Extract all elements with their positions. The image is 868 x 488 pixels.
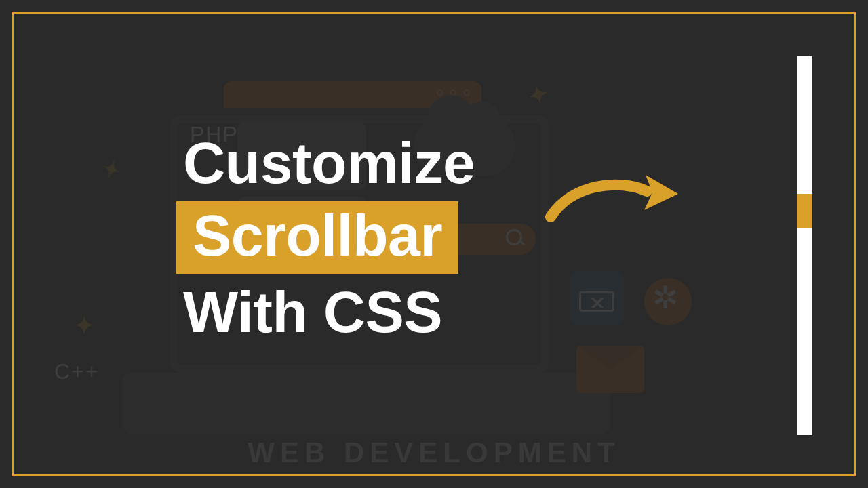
slide-title: Customize Scrollbar With CSS xyxy=(183,131,475,344)
bg-plus-decor: ✦ xyxy=(98,154,125,186)
thumbnail-frame: Search PHP C++ ✦ ✦ ✦ WEB DEVELOPMENT Cus… xyxy=(12,12,856,476)
title-line-highlight: Scrollbar xyxy=(176,201,458,274)
bg-plus-decor: ✦ xyxy=(75,312,94,339)
search-icon xyxy=(506,229,526,249)
custom-scrollbar-track[interactable] xyxy=(797,56,812,435)
bg-gear-icon xyxy=(644,278,692,325)
bg-laptop-base xyxy=(122,373,610,434)
bg-footer-label: WEB DEVELOPMENT xyxy=(14,436,854,469)
bg-envelope-icon xyxy=(576,346,644,393)
bg-plus-decor: ✦ xyxy=(526,79,551,110)
bg-image-icon xyxy=(570,271,624,325)
title-line-1: Customize xyxy=(183,131,475,195)
bg-browser-bar xyxy=(224,81,481,108)
title-line-3: With CSS xyxy=(183,281,475,344)
bg-cpp-label: C++ xyxy=(54,359,99,384)
custom-scrollbar-thumb[interactable] xyxy=(797,194,812,228)
arrow-icon xyxy=(545,163,681,230)
